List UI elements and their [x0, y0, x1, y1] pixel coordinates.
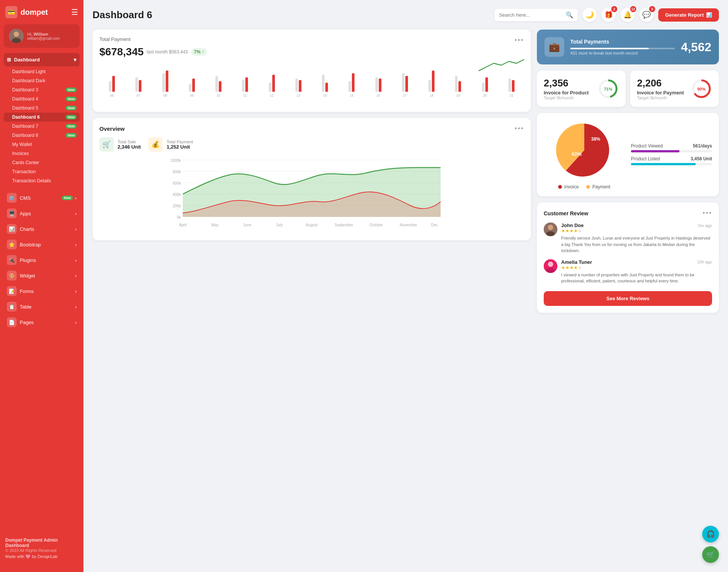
product-viewed-bar-fill — [631, 150, 679, 152]
sidebar-item-plugins[interactable]: 🔌Plugins › — [4, 252, 80, 268]
sidebar-item-cards-center[interactable]: Cards Center — [4, 158, 80, 167]
sidebar-item-apps[interactable]: 🖥️Apps › — [4, 206, 80, 221]
total-payments-bar-fill — [570, 48, 649, 49]
bar-gray — [508, 78, 511, 92]
invoice-payment-number: 2,206 — [637, 77, 684, 89]
card-menu-dots[interactable]: ••• — [515, 36, 524, 44]
chat-badge: 5 — [649, 6, 655, 12]
bar-pair — [215, 76, 221, 92]
arrow-icon: › — [75, 304, 77, 310]
sidebar-item-invoices[interactable]: Invoices — [4, 149, 80, 158]
reviewer-1-name-row: John Doe 5m ago — [561, 223, 712, 228]
bar-red — [458, 81, 461, 92]
bar-red — [272, 75, 275, 92]
sidebar-item-pages[interactable]: 📄Pages › — [4, 315, 80, 330]
invoice-payment-info: 2,206 Invoice for Payment Target 3k/mont… — [637, 77, 684, 100]
badge-new: New — [66, 133, 77, 138]
bar-group: 18 — [419, 71, 444, 97]
sidebar-item-dashboard-light[interactable]: Dashboard Light — [4, 67, 80, 76]
sidebar-item-dashboard-dark[interactable]: Dashboard Dark — [4, 76, 80, 85]
total-payment-label: Total Payment — [99, 36, 130, 42]
bar-pair — [455, 76, 461, 92]
generate-report-button[interactable]: Generate Report 📊 — [658, 8, 719, 22]
bar-group: 11 — [232, 77, 257, 98]
hamburger-icon[interactable]: ☰ — [71, 8, 78, 17]
reviewer-1-time: 5m ago — [698, 223, 712, 228]
sidebar-item-table[interactable]: 📋Table › — [4, 299, 80, 314]
total-payments-info: Total Payments 431 more to break last mo… — [570, 39, 675, 55]
support-float-button[interactable]: 🎧 — [702, 526, 719, 542]
dashboard-grid-icon: ⊞ — [7, 57, 11, 63]
total-payment-stat: 💰 Total Payment 1,252 Unit — [148, 137, 193, 152]
bar-label: 21 — [510, 94, 513, 97]
sidebar-item-transaction-details[interactable]: Transaction Details — [4, 176, 80, 185]
profile-name: William — [34, 32, 48, 36]
sidebar-item-dashboard-7[interactable]: Dashboard 7 New — [4, 122, 80, 131]
footer-made-text: Made with 🩷 by DexignLab — [5, 554, 58, 559]
bar-gray — [162, 73, 165, 92]
sidebar-item-dashboard-3[interactable]: Dashboard 3 New — [4, 85, 80, 94]
bar-pair — [269, 75, 275, 92]
invoice-product-info: 2,356 Invoice for Product Target 3k/mont… — [544, 77, 588, 100]
overview-dots[interactable]: ••• — [515, 125, 524, 133]
bar-label: 12 — [270, 94, 274, 97]
cart-icon: 🛒 — [706, 550, 715, 559]
see-more-reviews-button[interactable]: See More Reviews — [544, 291, 712, 306]
svg-text:Dec.: Dec. — [431, 223, 439, 227]
pie-product-card: 62% 38% Invoice Payment — [537, 113, 719, 196]
sidebar-item-dashboard-8[interactable]: Dashboard 8 New — [4, 131, 80, 140]
review-dots[interactable]: ••• — [703, 209, 712, 217]
sidebar-item-charts[interactable]: 📊Charts › — [4, 221, 80, 237]
product-viewed-stat: Product Viewed 561/days — [631, 143, 712, 152]
sidebar-item-transaction[interactable]: Transaction — [4, 167, 80, 176]
sidebar-item-cms[interactable]: ⚙️CMS New › — [4, 190, 80, 205]
bar-red — [352, 73, 355, 92]
invoice-product-ring: 71% — [598, 78, 619, 99]
sidebar-item-my-wallet[interactable]: My Wallet — [4, 140, 80, 149]
overview-title: Overview — [99, 125, 125, 132]
bar-group: 16 — [366, 77, 391, 98]
bar-pair — [162, 71, 168, 92]
search-bar: 🔍 — [494, 9, 578, 21]
bar-group: 15 — [339, 73, 364, 97]
sidebar-profile[interactable]: Hi, William william@gmail.com — [4, 24, 80, 48]
cart-float-button[interactable]: 🛒 — [702, 546, 719, 563]
reviewer-2-time: 10h ago — [697, 260, 712, 264]
review-header: Customer Review ••• — [544, 209, 712, 217]
bar-chart: 06070809101112131415161718192021 — [99, 63, 524, 105]
bar-gray — [455, 76, 458, 92]
invoice-product-number: 2,356 — [544, 77, 588, 89]
invoice-payment-card: 2,206 Invoice for Payment Target 3k/mont… — [630, 71, 719, 107]
svg-text:400k: 400k — [173, 193, 181, 197]
page-title: Dashboard 6 — [93, 9, 152, 21]
sidebar-logo[interactable]: 💳 dompet — [5, 6, 48, 18]
sidebar-item-dashboard-4[interactable]: Dashboard 4 New — [4, 94, 80, 103]
total-payments-bar-bg — [570, 48, 675, 49]
bell-badge: 12 — [630, 6, 636, 12]
gift-button[interactable]: 🎁 2 — [601, 8, 616, 22]
bar-label: 08 — [163, 94, 167, 97]
pages-icon: 📄 — [7, 317, 17, 327]
charts-icon: 📊 — [7, 224, 17, 234]
badge-new: New — [66, 97, 77, 101]
sidebar-item-dashboard-6[interactable]: Dashboard 6 New — [4, 113, 80, 122]
chat-button[interactable]: 💬 5 — [639, 8, 654, 22]
search-input[interactable] — [499, 12, 563, 18]
sidebar-item-widget[interactable]: 🎨Widget › — [4, 268, 80, 283]
bell-button[interactable]: 🔔 12 — [620, 8, 635, 22]
pie-chart-svg: 62% 38% — [550, 120, 618, 180]
invoice-legend-label: Invoice — [564, 184, 579, 190]
float-btns: 🎧 🛒 — [702, 526, 719, 563]
moon-button[interactable]: 🌙 — [582, 8, 597, 22]
footer-brand: Dompet Payment Admin Dashboard — [5, 538, 78, 548]
sidebar-item-bootstrap[interactable]: ⭐Bootstrap › — [4, 237, 80, 252]
search-icon[interactable]: 🔍 — [566, 11, 573, 19]
dashboard-group[interactable]: ⊞ Dashboard ▾ — [4, 53, 80, 66]
sidebar-menu-section: ⚙️CMS New › 🖥️Apps › 📊Charts › ⭐Bootstra… — [0, 188, 83, 332]
sidebar-item-forms[interactable]: 📝Forms › — [4, 284, 80, 299]
bar-gray — [215, 76, 218, 92]
badge-new: New — [66, 88, 77, 92]
bar-label: 13 — [297, 94, 300, 97]
sidebar-item-dashboard-5[interactable]: Dashboard 5 New — [4, 103, 80, 113]
arrow-icon: › — [75, 242, 77, 248]
